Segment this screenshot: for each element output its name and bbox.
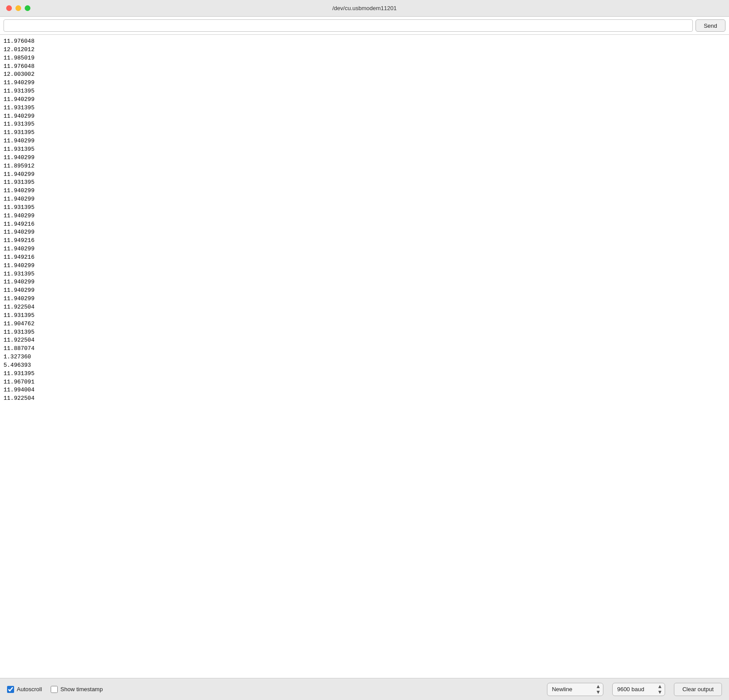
output-line: 11.940299 (4, 79, 725, 87)
output-line: 11.940299 (4, 187, 725, 195)
status-bar: Autoscroll Show timestamp NewlineNo line… (0, 678, 729, 700)
serial-input[interactable] (4, 19, 693, 32)
output-line: 11.887074 (4, 345, 725, 353)
show-timestamp-text: Show timestamp (60, 686, 103, 693)
output-line: 11.922504 (4, 303, 725, 312)
baud-select-wrapper: 300 baud1200 baud2400 baud4800 baud9600 … (612, 683, 665, 696)
output-line: 11.931395 (4, 204, 725, 212)
output-line: 11.940299 (4, 228, 725, 237)
output-line: 11.940299 (4, 195, 725, 204)
output-line: 12.012012 (4, 46, 725, 54)
show-timestamp-checkbox[interactable] (51, 686, 58, 693)
output-line: 11.994004 (4, 386, 725, 395)
output-line: 11.940299 (4, 137, 725, 145)
window-controls (6, 5, 30, 11)
newline-select-wrapper: NewlineNo line endingCarriage returnBoth… (547, 683, 603, 696)
output-line: 11.940299 (4, 245, 725, 253)
output-line: 11.931395 (4, 87, 725, 96)
output-line: 11.931395 (4, 145, 725, 154)
output-area[interactable]: 11.97604812.01201211.98501911.97604812.0… (0, 35, 729, 678)
output-line: 11.931395 (4, 328, 725, 337)
autoscroll-label[interactable]: Autoscroll (7, 686, 42, 693)
output-line: 11.940299 (4, 278, 725, 287)
output-line: 11.931395 (4, 270, 725, 279)
output-line: 11.949216 (4, 220, 725, 229)
output-line: 5.496393 (4, 361, 725, 370)
output-line: 11.985019 (4, 54, 725, 63)
output-line: 11.931395 (4, 129, 725, 137)
clear-output-button[interactable]: Clear output (674, 683, 722, 696)
output-line: 11.940299 (4, 96, 725, 104)
output-line: 11.922504 (4, 336, 725, 345)
output-line: 11.940299 (4, 171, 725, 179)
output-line: 11.940299 (4, 262, 725, 270)
autoscroll-checkbox[interactable] (7, 686, 14, 693)
output-line: 11.976048 (4, 63, 725, 71)
output-line: 11.976048 (4, 37, 725, 46)
show-timestamp-label[interactable]: Show timestamp (51, 686, 103, 693)
output-line: 11.940299 (4, 287, 725, 295)
output-line: 11.931395 (4, 104, 725, 112)
input-bar: Send (0, 17, 729, 35)
newline-select[interactable]: NewlineNo line endingCarriage returnBoth… (547, 683, 603, 696)
output-line: 11.931395 (4, 179, 725, 187)
output-line: 11.940299 (4, 154, 725, 162)
output-line: 11.949216 (4, 237, 725, 245)
minimize-button[interactable] (15, 5, 21, 11)
send-button[interactable]: Send (696, 19, 725, 32)
output-line: 11.940299 (4, 112, 725, 121)
maximize-button[interactable] (25, 5, 30, 11)
baud-select[interactable]: 300 baud1200 baud2400 baud4800 baud9600 … (612, 683, 665, 696)
output-line: 12.003002 (4, 71, 725, 79)
output-line: 11.931395 (4, 120, 725, 129)
output-line: 11.931395 (4, 312, 725, 320)
output-line: 11.931395 (4, 370, 725, 378)
output-line: 11.940299 (4, 212, 725, 220)
output-line: 11.922504 (4, 395, 725, 403)
output-line: 11.967091 (4, 378, 725, 387)
output-line: 11.904762 (4, 320, 725, 328)
close-button[interactable] (6, 5, 12, 11)
window-title: /dev/cu.usbmodem11201 (332, 5, 397, 11)
output-line: 1.327360 (4, 353, 725, 361)
output-line: 11.949216 (4, 253, 725, 262)
output-line: 11.940299 (4, 295, 725, 303)
autoscroll-text: Autoscroll (17, 686, 42, 693)
title-bar: /dev/cu.usbmodem11201 (0, 0, 729, 17)
output-line: 11.895912 (4, 162, 725, 171)
